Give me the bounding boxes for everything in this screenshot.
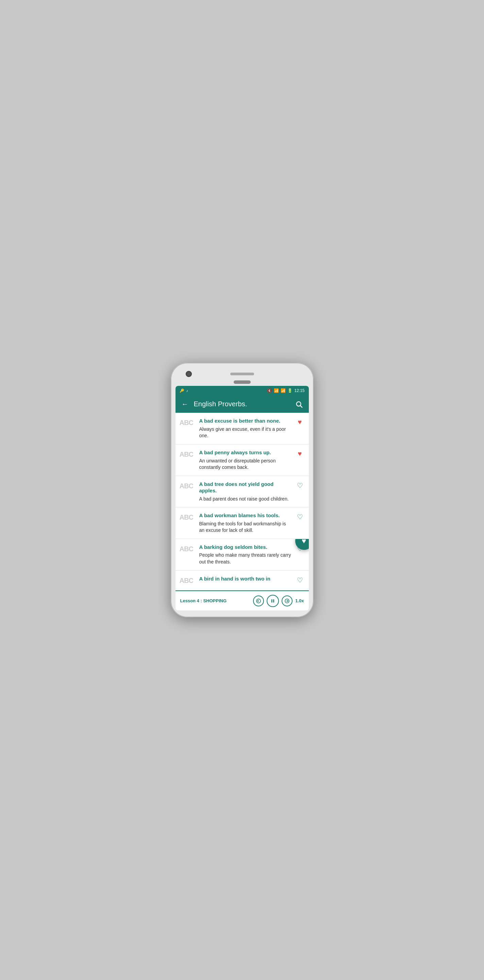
proverb-item[interactable]: ABC A bad excuse is better than none. Al… bbox=[176, 413, 309, 444]
battery-icon: 🔋 bbox=[287, 388, 292, 393]
mute-icon: 🔇 bbox=[267, 388, 272, 393]
proverb-title: A bad penny always turns up. bbox=[199, 449, 292, 456]
favorite-button[interactable]: ♥ bbox=[295, 449, 305, 459]
favorite-button[interactable]: ♡ bbox=[295, 576, 305, 585]
proverb-title: A bad tree does not yield good apples. bbox=[199, 481, 292, 494]
abc-thumbnail: ABC bbox=[179, 449, 196, 458]
forward-button[interactable]: 10 bbox=[282, 595, 292, 606]
proverb-content: A bird in hand is worth two in bbox=[199, 576, 292, 584]
phone-top bbox=[176, 369, 309, 380]
heart-outline-icon: ♡ bbox=[297, 482, 303, 490]
home-button-notch bbox=[234, 380, 251, 384]
proverb-description: Always give an excuse, even if it's a po… bbox=[199, 426, 292, 439]
fab-heart-icon: ♥ bbox=[302, 539, 306, 546]
svg-rect-4 bbox=[273, 599, 275, 602]
abc-thumbnail: ABC bbox=[179, 544, 196, 553]
speaker bbox=[230, 372, 254, 375]
rewind-button[interactable]: 5 bbox=[253, 595, 264, 606]
proverb-item[interactable]: ABC A bird in hand is worth two in ♡ bbox=[176, 571, 309, 591]
favorite-button[interactable]: ♡ bbox=[295, 481, 305, 491]
time-display: 12:15 bbox=[294, 388, 305, 393]
heart-outline-icon: ♡ bbox=[297, 513, 303, 521]
status-right: 🔇 📶 📶 🔋 12:15 bbox=[267, 388, 305, 393]
heart-outline-icon: ♡ bbox=[297, 576, 303, 584]
proverb-content: A barking dog seldom bites. People who m… bbox=[199, 544, 292, 566]
proverb-title: A bad workman blames his tools. bbox=[199, 512, 292, 519]
status-left-icons: 🔑 ♪ bbox=[179, 388, 189, 393]
proverb-item[interactable]: ABC A bad tree does not yield good apple… bbox=[176, 476, 309, 508]
abc-thumbnail: ABC bbox=[179, 576, 196, 585]
player-bar: Lesson 4 : SHOPPING 5 bbox=[176, 591, 309, 611]
pause-icon bbox=[270, 598, 276, 604]
favorite-button[interactable]: ♡ bbox=[295, 512, 305, 522]
camera-lens bbox=[186, 371, 192, 377]
status-bar: 🔑 ♪ 🔇 📶 📶 🔋 12:15 bbox=[176, 386, 309, 395]
key-icon: 🔑 bbox=[179, 388, 184, 393]
app-title: English Proverbs. bbox=[194, 400, 290, 408]
player-lesson-label: Lesson 4 : SHOPPING bbox=[180, 598, 250, 603]
proverb-title: A bad excuse is better than none. bbox=[199, 417, 292, 424]
proverb-content: A bad excuse is better than none. Always… bbox=[199, 417, 292, 439]
proverb-content: A bad workman blames his tools. Blaming … bbox=[199, 512, 292, 534]
proverb-content: A bad penny always turns up. An unwanted… bbox=[199, 449, 292, 471]
proverb-content: A bad tree does not yield good apples. A… bbox=[199, 481, 292, 503]
search-icon bbox=[295, 401, 303, 408]
proverb-list: ABC A bad excuse is better than none. Al… bbox=[176, 413, 309, 591]
rewind-icon: 5 bbox=[255, 598, 262, 604]
svg-text:5: 5 bbox=[258, 600, 259, 602]
wifi-icon: 📶 bbox=[274, 388, 279, 393]
abc-thumbnail: ABC bbox=[179, 481, 196, 490]
proverb-item[interactable]: ABC A barking dog seldom bites. People w… bbox=[176, 539, 309, 571]
svg-text:10: 10 bbox=[286, 600, 288, 602]
forward-icon: 10 bbox=[284, 598, 290, 604]
abc-thumbnail: ABC bbox=[179, 417, 196, 427]
svg-rect-3 bbox=[271, 599, 273, 602]
favorite-button[interactable]: ♥ bbox=[295, 417, 305, 427]
phone-screen: 🔑 ♪ 🔇 📶 📶 🔋 12:15 ← English Proverbs. bbox=[176, 386, 309, 610]
player-controls: 5 10 1.0x bbox=[253, 595, 304, 607]
svg-line-1 bbox=[300, 406, 302, 407]
back-button[interactable]: ← bbox=[180, 399, 190, 409]
abc-thumbnail: ABC bbox=[179, 512, 196, 521]
proverb-description: An unwanted or disreputable person const… bbox=[199, 458, 292, 471]
signal-icon: 📶 bbox=[281, 388, 286, 393]
heart-filled-icon: ♥ bbox=[298, 450, 302, 458]
heart-filled-icon: ♥ bbox=[298, 418, 302, 426]
search-button[interactable] bbox=[294, 399, 304, 409]
music-icon: ♪ bbox=[186, 388, 189, 393]
speed-label: 1.0x bbox=[295, 598, 304, 603]
proverb-title: A barking dog seldom bites. bbox=[199, 544, 292, 550]
proverb-description: A bad parent does not raise good childre… bbox=[199, 496, 292, 503]
proverb-item[interactable]: ABC A bad penny always turns up. An unwa… bbox=[176, 444, 309, 476]
phone-frame: 🔑 ♪ 🔇 📶 📶 🔋 12:15 ← English Proverbs. bbox=[171, 363, 314, 617]
pause-button[interactable] bbox=[267, 595, 279, 607]
proverb-description: Blaming the tools for bad workmanship is… bbox=[199, 520, 292, 534]
app-bar: ← English Proverbs. bbox=[176, 395, 309, 413]
proverb-description: People who make many threats rarely carr… bbox=[199, 552, 292, 565]
proverb-item[interactable]: ABC A bad workman blames his tools. Blam… bbox=[176, 508, 309, 539]
proverb-title: A bird in hand is worth two in bbox=[199, 576, 292, 582]
